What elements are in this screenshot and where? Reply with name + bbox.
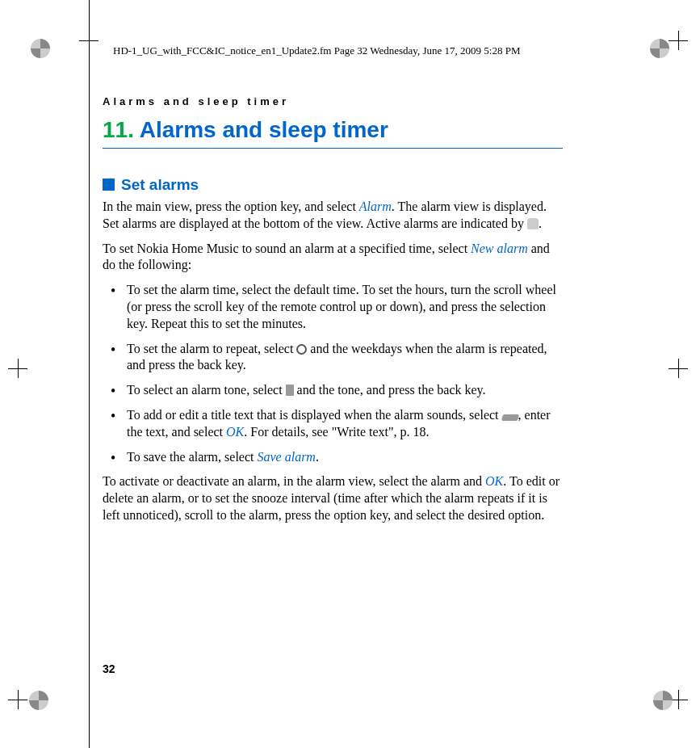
- color-wheel-icon: [653, 691, 673, 710]
- crop-mark-icon: [669, 31, 688, 50]
- paragraph: In the main view, press the option key, …: [103, 199, 563, 233]
- list-item: To set the alarm time, select the defaul…: [103, 282, 563, 332]
- text-run: To set Nokia Home Music to sound an alar…: [103, 242, 471, 255]
- text-run: To set the alarm to repeat, select: [127, 342, 296, 355]
- list-item: To select an alarm tone, select and the …: [103, 382, 563, 399]
- paragraph: To activate or deactivate an alarm, in t…: [103, 473, 563, 523]
- content-area: 11. Alarms and sleep timer Set alarms In…: [103, 117, 563, 532]
- section-title: Set alarms: [103, 176, 563, 194]
- page-number: 32: [103, 662, 115, 675]
- section-title-text: Set alarms: [121, 176, 199, 193]
- ui-term: New alarm: [471, 242, 528, 255]
- text-run: and the tone, and press the back key.: [294, 383, 486, 397]
- page-guide-line: [89, 0, 90, 748]
- chapter-title-text: Alarms and sleep timer: [140, 117, 388, 142]
- text-run: .: [539, 216, 542, 230]
- repeat-icon: [296, 344, 307, 355]
- paragraph: To set Nokia Home Music to sound an alar…: [103, 241, 563, 275]
- text-run: To activate or deactivate an alarm, in t…: [103, 474, 485, 488]
- color-wheel-icon: [650, 39, 669, 58]
- crop-mark-icon: [669, 359, 688, 378]
- color-wheel-icon: [31, 39, 50, 58]
- pencil-icon: [501, 414, 518, 421]
- color-wheel-icon: [29, 691, 48, 710]
- ui-term: Save alarm: [257, 450, 315, 464]
- bell-icon: [527, 218, 539, 229]
- section-bullet-icon: [103, 179, 115, 191]
- ui-term: OK: [485, 474, 503, 488]
- bullet-list: To set the alarm time, select the defaul…: [103, 282, 563, 465]
- music-note-icon: [286, 385, 294, 396]
- text-run: To save the alarm, select: [127, 450, 257, 464]
- text-run: .: [316, 450, 319, 464]
- crop-mark-icon: [8, 690, 27, 709]
- text-run: To add or edit a title text that is disp…: [127, 408, 502, 422]
- list-item: To save the alarm, select Save alarm.: [103, 449, 563, 466]
- chapter-title: 11. Alarms and sleep timer: [103, 117, 563, 149]
- header-meta: HD-1_UG_with_FCC&IC_notice_en1_Update2.f…: [113, 44, 520, 57]
- text-run: To select an alarm tone, select: [127, 383, 286, 397]
- list-item: To set the alarm to repeat, select and t…: [103, 341, 563, 375]
- crop-mark-icon: [79, 31, 99, 50]
- text-run: In the main view, press the option key, …: [103, 200, 359, 213]
- running-head: Alarms and sleep timer: [103, 95, 289, 107]
- text-run: . For details, see "Write text", p. 18.: [244, 425, 429, 439]
- ui-term: OK: [226, 425, 244, 439]
- list-item: To add or edit a title text that is disp…: [103, 407, 563, 441]
- ui-term: Alarm: [359, 200, 392, 213]
- crop-mark-icon: [8, 359, 27, 378]
- chapter-number: 11.: [103, 117, 134, 142]
